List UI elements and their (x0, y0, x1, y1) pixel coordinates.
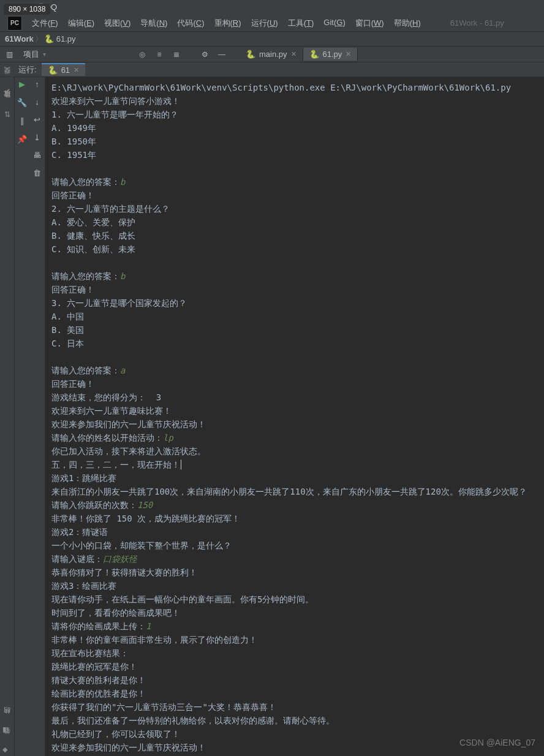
console-line: 来自浙江的小朋友一共跳了100次，来自湖南的小朋友一共跳了110次，来自广东的小… (51, 485, 538, 498)
breadcrumb-file[interactable]: 61.py (56, 34, 76, 43)
menu-item-3[interactable]: 导航(N) (135, 18, 172, 29)
console-line: A. 1949年 (51, 121, 538, 135)
close-run-tab-icon[interactable]: ✕ (74, 66, 79, 74)
console-line: 跳绳比赛的冠军是你！ (51, 660, 538, 673)
menu-item-7[interactable]: 工具(T) (283, 18, 319, 29)
console-line: 最后，我们还准备了一份特别的礼物给你，以表对你的感谢。请耐心等待。 (51, 714, 538, 727)
commit-icon[interactable]: ✔ (4, 87, 10, 95)
rerun-icon[interactable]: ▶ (18, 80, 26, 88)
menu-item-10[interactable]: 帮助(H) (389, 18, 426, 29)
console-line: 时间到了，看看你的绘画成果吧！ (51, 606, 538, 619)
gear-icon[interactable]: ⚙ (199, 50, 210, 59)
menu-item-8[interactable]: Git(G) (319, 18, 350, 29)
console-line: 恭喜你猜对了！获得猜谜大赛的胜利！ (51, 566, 538, 579)
console-line: 现在请你动手，在纸上画一幅你心中的童年画面。你有5分钟的时间。 (51, 593, 538, 606)
console-line (51, 350, 538, 364)
console-line: 请输入您的答案：b (51, 175, 538, 189)
console-line: 非常棒！你的童年画面非常生动，展示了你的创造力！ (51, 633, 538, 646)
console-line: 3. 六一儿童节是哪个国家发起的？ (51, 296, 538, 310)
breadcrumb-project[interactable]: 61Work (5, 34, 34, 43)
console-action-gutter: ↑ ↓ ↩ ⤓ 🖶 🗑 (29, 77, 45, 756)
console-line: B. 1950年 (51, 135, 538, 148)
image-size-badge: 890 × 1038 (4, 4, 50, 15)
python-run-icon: 🐍 (48, 65, 58, 75)
console-line: 请输入你的姓名以开始活动：lp (51, 431, 538, 444)
project-tool-icon[interactable]: ▥ (2, 48, 16, 61)
menu-bar: PC 文件(F)编辑(E)视图(V)导航(N)代码(C)重构(R)运行(U)工具… (0, 15, 544, 32)
clear-all-icon[interactable]: 🗑 (33, 168, 41, 178)
python-file-icon: 🐍 (309, 50, 319, 59)
run-label: 运行: (18, 64, 37, 75)
console-line: 游戏结束，您的得分为： 3 (51, 391, 538, 404)
console-line: 游戏1：跳绳比赛 (51, 471, 538, 485)
breadcrumb-separator: 〉 (35, 34, 43, 45)
app-logo: PC (7, 16, 22, 31)
menu-item-5[interactable]: 重构(R) (210, 18, 246, 29)
left-side-strip: 提交 ✔ 拉取请求 ⇅ (0, 77, 15, 756)
step-down-icon[interactable]: ↓ (35, 97, 39, 107)
console-line: 回答正确！ (51, 283, 538, 296)
soft-wrap-icon[interactable]: ↩ (34, 115, 40, 124)
console-line: A. 爱心、关爱、保护 (51, 215, 538, 229)
console-line: 请输入你跳跃的次数：150 (51, 498, 538, 512)
console-line: 1. 六一儿童节是哪一年开始的？ (51, 108, 538, 121)
stop-icon[interactable]: ∥ (18, 116, 26, 125)
hide-icon[interactable]: — (216, 50, 227, 59)
console-line: 现在宣布比赛结果： (51, 646, 538, 660)
console-line: 欢迎来参加我们的六一儿童节庆祝活动！ (51, 417, 538, 431)
chevron-down-icon: ▾ (43, 51, 46, 58)
console-line: 欢迎来到六一儿童节问答小游戏！ (51, 94, 538, 108)
structure-icon[interactable]: ◧ (2, 725, 15, 733)
project-dropdown[interactable]: 项目 ▾ (18, 49, 51, 60)
tool-window-bar: ▥ 项目 ▾ ◎ ≡ ≣ ⚙ — 🐍main.py✕🐍61.py✕ (0, 47, 544, 62)
window-project-label: 61Work - 61.py (450, 18, 504, 28)
step-up-icon[interactable]: ↑ (35, 80, 39, 89)
console-output[interactable]: E:\RJ\work\PyCharmWork\61Work\venv\Scrip… (45, 77, 544, 756)
editor-tab-61-py[interactable]: 🐍61.py✕ (303, 48, 358, 61)
console-line: 请将你的绘画成果上传：1 (51, 619, 538, 633)
console-line: 你获得了我们的"六一儿童节活动三合一"大奖！恭喜恭喜！ (51, 700, 538, 714)
menu-item-2[interactable]: 视图(V) (99, 18, 135, 29)
python-file-icon: 🐍 (246, 50, 255, 59)
menu-item-4[interactable]: 代码(C) (172, 18, 209, 29)
menu-item-0[interactable]: 文件(F) (27, 18, 63, 29)
console-line: 请输入您的答案：b (51, 269, 538, 283)
close-tab-icon[interactable]: ✕ (291, 50, 297, 58)
console-line: 回答正确！ (51, 189, 538, 202)
run-config-tab[interactable]: 🐍 61 ✕ (42, 63, 85, 76)
csdn-watermark: CSDN @AiENG_07 (459, 738, 535, 747)
console-line: C. 1951年 (51, 148, 538, 162)
bottom-side-strip: 结构 ◧ 书签 ◆ (2, 719, 15, 754)
console-line (51, 162, 538, 175)
tool-settings-icon[interactable]: 🔧 (18, 98, 26, 107)
console-line (51, 256, 538, 269)
collapse-all-icon[interactable]: ≣ (171, 50, 182, 59)
expand-all-icon[interactable]: ≡ (154, 50, 165, 59)
select-opened-file-icon[interactable]: ◎ (137, 50, 148, 59)
editor-tab-main-py[interactable]: 🐍main.py✕ (240, 48, 303, 61)
python-file-icon: 🐍 (44, 34, 54, 43)
console-line: 绘画比赛的优胜者是你！ (51, 687, 538, 700)
console-line: 你已加入活动，接下来将进入激活状态。 (51, 444, 538, 458)
console-line: 请输入谜底：口袋妖怪 (51, 552, 538, 566)
console-line: C. 知识、创新、未来 (51, 242, 538, 256)
pull-request-icon[interactable]: ⇅ (4, 110, 10, 119)
print-icon[interactable]: 🖶 (33, 151, 41, 160)
menu-item-1[interactable]: 编辑(E) (63, 18, 99, 29)
console-line: B. 美国 (51, 323, 538, 337)
close-tab-icon[interactable]: ✕ (346, 50, 351, 58)
bookmark-icon[interactable]: ◆ (2, 746, 15, 754)
scroll-to-end-icon[interactable]: ⤓ (34, 133, 40, 142)
menu-item-6[interactable]: 运行(U) (246, 18, 283, 29)
run-action-gutter: ▶ 🔧 ∥ 📌 (15, 77, 29, 756)
console-line: 请输入您的答案：a (51, 364, 538, 377)
menu-item-9[interactable]: 窗口(W) (350, 18, 389, 29)
console-line: A. 中国 (51, 310, 538, 323)
console-line: 回答正确！ (51, 377, 538, 391)
console-line: 2. 六一儿童节的主题是什么？ (51, 202, 538, 215)
title-bar: 讯QQ (0, 0, 544, 15)
pin-icon[interactable]: 📌 (18, 135, 26, 143)
run-tool-header: 运行: 🐍 61 ✕ (0, 62, 544, 77)
console-line: 游戏3：绘画比赛 (51, 579, 538, 593)
console-line: 猜谜大赛的胜利者是你！ (51, 673, 538, 687)
